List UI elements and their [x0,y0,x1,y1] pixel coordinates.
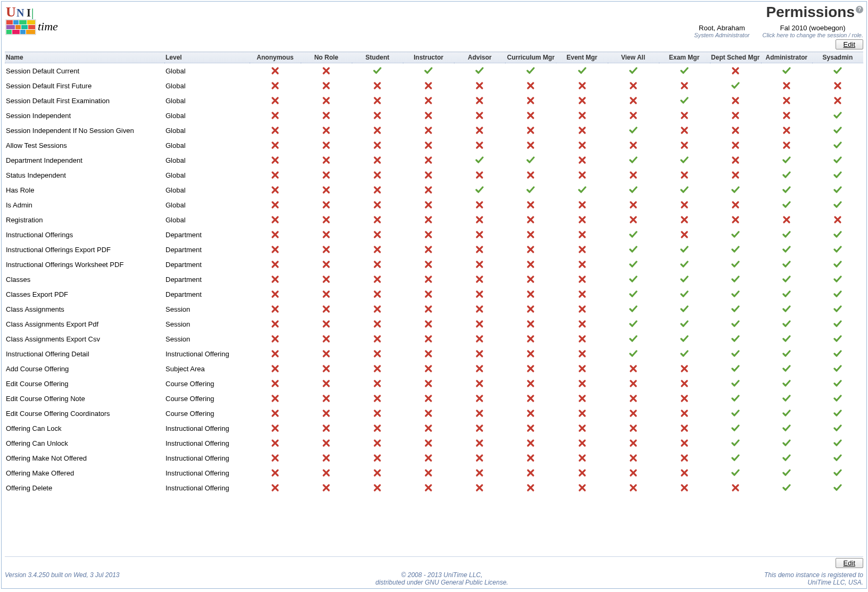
help-icon[interactable]: ? [856,6,863,13]
perm-granted-cell[interactable] [710,78,761,93]
perm-granted-cell[interactable] [812,272,863,287]
perm-denied-cell[interactable] [454,242,505,257]
perm-granted-cell[interactable] [812,376,863,391]
perm-granted-cell[interactable] [608,182,659,197]
perm-denied-cell[interactable] [352,287,403,302]
perm-denied-cell[interactable] [505,376,556,391]
perm-denied-cell[interactable] [352,331,403,346]
perm-denied-cell[interactable] [556,197,607,212]
perm-denied-cell[interactable] [454,451,505,465]
perm-granted-cell[interactable] [761,376,812,391]
col-header-role[interactable]: Curriculum Mgr [505,52,556,63]
perm-denied-cell[interactable] [454,108,505,123]
perm-denied-cell[interactable] [608,406,659,421]
perm-denied-cell[interactable] [301,168,352,182]
perm-denied-cell[interactable] [250,480,301,495]
perm-granted-cell[interactable] [556,182,607,197]
perm-denied-cell[interactable] [403,331,454,346]
perm-denied-cell[interactable] [301,436,352,451]
perm-denied-cell[interactable] [505,123,556,138]
perm-denied-cell[interactable] [556,227,607,242]
perm-denied-cell[interactable] [454,361,505,376]
perm-denied-cell[interactable] [403,227,454,242]
perm-denied-cell[interactable] [352,376,403,391]
perm-granted-cell[interactable] [608,257,659,272]
perm-denied-cell[interactable] [761,108,812,123]
perm-granted-cell[interactable] [608,346,659,361]
perm-denied-cell[interactable] [301,78,352,93]
perm-denied-cell[interactable] [352,168,403,182]
perm-denied-cell[interactable] [659,451,710,465]
perm-denied-cell[interactable] [505,480,556,495]
col-header-role[interactable]: Advisor [454,52,505,63]
perm-denied-cell[interactable] [710,168,761,182]
perm-granted-cell[interactable] [608,302,659,316]
perm-denied-cell[interactable] [250,168,301,182]
perm-denied-cell[interactable] [710,138,761,153]
perm-granted-cell[interactable] [659,182,710,197]
perm-denied-cell[interactable] [659,138,710,153]
perm-denied-cell[interactable] [301,331,352,346]
perm-denied-cell[interactable] [556,242,607,257]
perm-denied-cell[interactable] [710,153,761,168]
perm-granted-cell[interactable] [812,316,863,331]
perm-denied-cell[interactable] [403,138,454,153]
perm-denied-cell[interactable] [352,212,403,227]
perm-granted-cell[interactable] [812,287,863,302]
perm-denied-cell[interactable] [301,153,352,168]
perm-granted-cell[interactable] [659,302,710,316]
perm-denied-cell[interactable] [250,316,301,331]
perm-granted-cell[interactable] [710,391,761,406]
perm-denied-cell[interactable] [454,227,505,242]
perm-denied-cell[interactable] [454,376,505,391]
perm-granted-cell[interactable] [710,182,761,197]
perm-denied-cell[interactable] [556,376,607,391]
perm-denied-cell[interactable] [505,436,556,451]
perm-denied-cell[interactable] [505,168,556,182]
perm-denied-cell[interactable] [659,197,710,212]
perm-granted-cell[interactable] [659,316,710,331]
perm-denied-cell[interactable] [710,63,761,79]
perm-denied-cell[interactable] [403,376,454,391]
perm-denied-cell[interactable] [250,406,301,421]
perm-denied-cell[interactable] [301,93,352,108]
perm-denied-cell[interactable] [454,168,505,182]
perm-denied-cell[interactable] [505,78,556,93]
perm-granted-cell[interactable] [812,346,863,361]
perm-granted-cell[interactable] [812,361,863,376]
perm-denied-cell[interactable] [659,361,710,376]
col-header-name[interactable]: Name [5,52,164,63]
perm-denied-cell[interactable] [454,480,505,495]
perm-denied-cell[interactable] [761,212,812,227]
perm-denied-cell[interactable] [250,242,301,257]
col-header-role[interactable]: Exam Mgr [659,52,710,63]
perm-denied-cell[interactable] [454,197,505,212]
perm-denied-cell[interactable] [505,212,556,227]
perm-granted-cell[interactable] [608,287,659,302]
perm-denied-cell[interactable] [301,242,352,257]
perm-granted-cell[interactable] [812,465,863,480]
perm-denied-cell[interactable] [250,108,301,123]
perm-denied-cell[interactable] [250,182,301,197]
perm-denied-cell[interactable] [556,391,607,406]
perm-granted-cell[interactable] [812,197,863,212]
perm-denied-cell[interactable] [250,197,301,212]
perm-denied-cell[interactable] [352,123,403,138]
perm-denied-cell[interactable] [352,406,403,421]
perm-granted-cell[interactable] [608,272,659,287]
perm-denied-cell[interactable] [608,212,659,227]
perm-denied-cell[interactable] [301,227,352,242]
perm-denied-cell[interactable] [301,212,352,227]
perm-denied-cell[interactable] [556,93,607,108]
perm-granted-cell[interactable] [761,406,812,421]
col-header-role[interactable]: Administrator [761,52,812,63]
perm-denied-cell[interactable] [352,361,403,376]
perm-denied-cell[interactable] [403,153,454,168]
perm-denied-cell[interactable] [761,123,812,138]
perm-denied-cell[interactable] [454,287,505,302]
perm-granted-cell[interactable] [761,168,812,182]
perm-denied-cell[interactable] [659,465,710,480]
perm-denied-cell[interactable] [608,93,659,108]
perm-denied-cell[interactable] [505,421,556,436]
perm-denied-cell[interactable] [301,272,352,287]
